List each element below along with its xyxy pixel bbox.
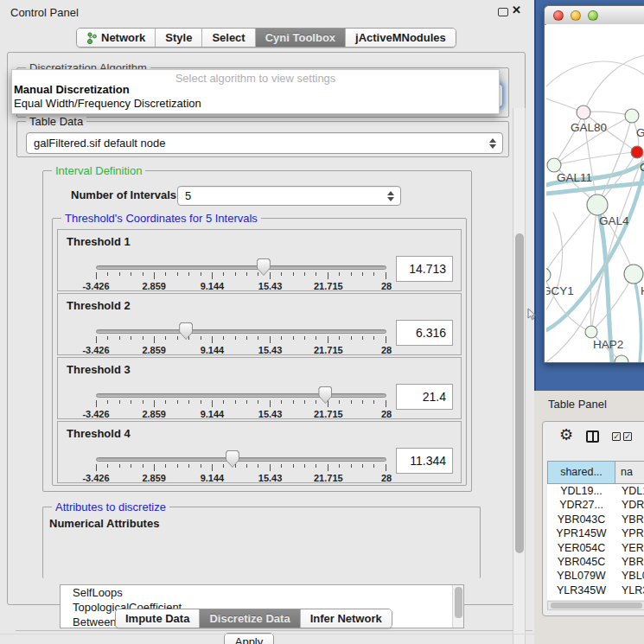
tab-style[interactable]: Style [155,29,201,47]
tab-label: jActiveMNodules [355,29,446,47]
float-window-icon[interactable] [498,8,508,16]
scrollbar-thumb[interactable] [515,233,524,553]
tab-jactivemnodules[interactable]: jActiveMNodules [345,29,456,47]
threshold-panel-3: Threshold 3-3.4262.8599.14415.4321.71528… [57,357,462,419]
network-node-hap2[interactable] [585,326,597,338]
network-edge[interactable] [546,275,591,332]
tab-infer-network[interactable]: Infer Network [300,609,392,628]
node-label-h-node: H [641,284,644,297]
table-data-combobox[interactable]: galFiltered.sif default node [26,132,503,154]
slider-track[interactable] [96,457,386,462]
cell-shared-name: YLR345W [547,583,615,597]
threshold-value-field[interactable]: 6.316 [396,320,453,346]
network-edge[interactable] [583,55,644,112]
network-node-bottom-node[interactable] [615,355,628,362]
cell-shared-name: YDR27... [547,498,615,512]
table-row[interactable]: YDL19...YDL1 [547,484,644,498]
threshold-panel-4: Threshold 4-3.4262.8599.14415.4321.71528… [57,421,462,483]
threshold-slider: -3.4262.8599.14415.4321.71528 [96,446,386,484]
node-label-top-right: GA [636,126,644,139]
tick-label: 9.144 [201,409,225,419]
tick-label: 15.43 [258,281,283,291]
columns-icon[interactable] [586,430,599,443]
combo-stepper-icon [489,138,496,149]
table-row[interactable]: YER054CYER0 [547,541,644,555]
algorithm-option-equal-width-frequency-discretization[interactable]: Equal Width/Frequency Discretization [12,97,499,111]
table-row[interactable]: YIL052CYIL0 [547,597,644,600]
close-traffic-light-icon[interactable] [553,10,564,21]
tick-label: 2.859 [142,473,166,483]
network-node-gal80[interactable] [577,105,590,119]
network-edge[interactable] [591,274,634,332]
slider-track[interactable] [96,265,386,270]
number-of-intervals-combobox[interactable]: 5 [177,186,401,206]
panel-scrollbar[interactable] [513,108,526,644]
table-panel: Table Panel ⚙ ✓ ✓ shared...na YDL19...YD… [534,391,644,644]
divider [16,630,532,631]
list-scrollbar[interactable] [452,585,463,628]
cell-shared-name: YIL052C [547,597,615,600]
tab-cyni-toolbox[interactable]: Cyni Toolbox [255,29,345,47]
gear-icon[interactable]: ⚙ [559,426,573,443]
network-node-gal4[interactable] [587,194,608,215]
threshold-value-field[interactable]: 14.713 [396,256,453,282]
thresholds-group: Threshold's Coordinates for 5 Intervals … [52,218,467,486]
threshold-value-field[interactable]: 21.4 [396,384,453,410]
tick-label: 9.144 [201,281,225,291]
algorithm-option-manual-discretization[interactable]: Manual Discretization [12,83,499,97]
combo-stepper-icon [387,191,394,201]
tab-network[interactable]: Network [77,29,155,47]
tick-label: -3.426 [82,281,109,291]
interval-definition-group: Interval Definition Number of Intervals … [42,170,472,492]
tab-label: Discretize Data [209,609,290,628]
tick-label: 2.859 [142,345,166,355]
zoom-traffic-light-icon[interactable] [588,10,598,21]
table-row[interactable]: YLR345WYLR3 [547,583,644,597]
numerical-attributes-label: Numerical Attributes [49,517,159,530]
tick-label: 21.715 [314,345,343,355]
number-of-intervals-value: 5 [185,189,191,202]
tab-discretize-data[interactable]: Discretize Data [199,609,299,628]
close-icon[interactable]: ✕ [512,3,521,16]
table-hscrollbar[interactable] [547,601,644,610]
column-header-1[interactable]: na [615,461,644,484]
network-node-h-node[interactable] [624,265,643,284]
network-canvas[interactable]: GAL80GACGAL11GAL4GCY1HHAP2 [546,24,644,362]
checkbox-icon-1[interactable]: ✓ [612,432,621,441]
tab-impute-data[interactable]: Impute Data [116,609,199,628]
checkbox-icon-2[interactable]: ✓ [623,432,632,441]
table-row[interactable]: YBL079WYBL0 [547,569,644,583]
minimize-traffic-light-icon[interactable] [571,10,581,21]
tick-label: 21.715 [314,281,343,291]
table-row[interactable]: YDR27...YDR2 [547,498,644,512]
table-data-value: galFiltered.sif default node [34,137,165,150]
number-of-intervals-label: Number of Intervals [71,188,176,201]
table-row[interactable]: YPR145WYPR1 [547,526,644,540]
control-panel-tabs: NetworkStyleSelectCyni ToolboxjActiveMNo… [76,28,456,48]
network-edge[interactable] [554,152,637,165]
group-title: Threshold's Coordinates for 5 Intervals [61,212,261,225]
table-row[interactable]: YBR043CYBR0 [547,513,644,526]
network-node-top-right[interactable] [625,109,639,123]
cell-shared-name: YER054C [547,541,615,555]
network-window-titlebar[interactable] [545,6,644,25]
network-node-gal11[interactable] [547,158,561,172]
tab-label: Cyni Toolbox [265,29,335,47]
tab-select[interactable]: Select [201,29,254,47]
cell-shared-name: YBL079W [547,569,615,583]
threshold-value-field[interactable]: 11.344 [396,448,453,474]
scrollbar-thumb[interactable] [551,603,642,609]
slider-track[interactable] [96,329,386,334]
slider-track[interactable] [96,393,386,398]
network-node-gcy1[interactable] [546,268,551,282]
tick-label: 2.859 [142,281,166,291]
node-label-hap2: HAP2 [593,338,623,351]
network-node-red-node[interactable] [631,146,643,158]
node-label-red-node: C [640,161,644,174]
column-header-0[interactable]: shared... [547,461,615,484]
node-label-gal11: GAL11 [557,171,592,184]
table-row[interactable]: YBR045CYBR0 [547,555,644,569]
network-edge[interactable] [546,61,644,86]
tick-label: -3.426 [82,473,109,483]
attribute-item-selfloops[interactable]: SelfLoops [61,585,463,600]
